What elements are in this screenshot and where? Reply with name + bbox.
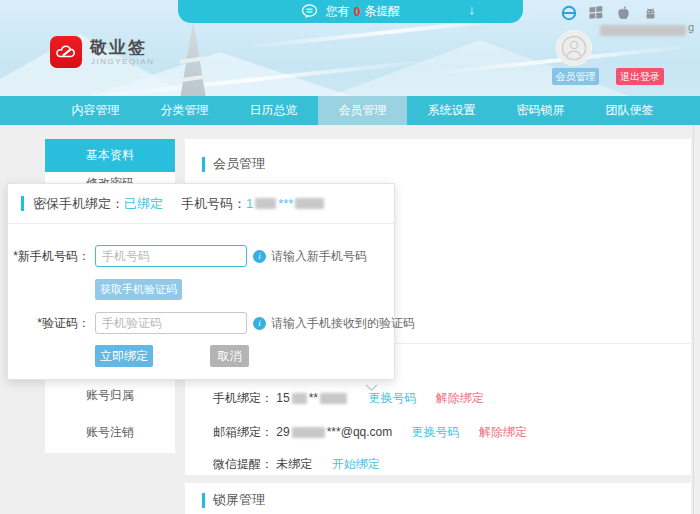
- nav-item-team[interactable]: 团队便签: [585, 96, 674, 125]
- bound-phone-censored: [295, 198, 324, 209]
- code-hint: i 请输入手机接收到的验证码: [253, 315, 415, 332]
- modal-header: 密保手机绑定： 已绑定 手机号码： 1***: [8, 184, 394, 224]
- nav-item-calendar[interactable]: 日历总览: [229, 96, 318, 125]
- wechat-binding-row: 微信提醒： 未绑定 开始绑定: [213, 456, 380, 472]
- sidebar-item-basic-info[interactable]: 基本资料: [45, 139, 175, 172]
- info-icon: i: [253, 317, 266, 330]
- banner-decoration: [182, 74, 210, 82]
- lockscreen-card: 锁屏管理: [185, 483, 691, 514]
- new-phone-label: *新手机号码：: [8, 248, 90, 265]
- phone-number-label: 手机号码：: [181, 195, 246, 213]
- unbind-email-link[interactable]: 解除绑定: [479, 425, 527, 439]
- wechat-binding-label: 微信提醒：: [213, 457, 273, 471]
- phone-censored-block: [292, 393, 307, 404]
- bind-now-button[interactable]: 立即绑定: [95, 345, 153, 367]
- phone-bind-modal: 密保手机绑定： 已绑定 手机号码： 1*** *新手机号码： i 请输入新手机号…: [7, 183, 395, 380]
- change-email-link[interactable]: 更换号码: [412, 425, 460, 439]
- phone-value-prefix: 15: [276, 391, 289, 405]
- email-binding-label: 邮箱绑定：: [213, 425, 273, 439]
- android-icon[interactable]: [642, 5, 658, 21]
- new-phone-hint-text: 请输入新手机号码: [271, 248, 367, 265]
- member-manage-button[interactable]: 会员管理: [552, 68, 599, 85]
- user-avatar[interactable]: [556, 30, 592, 66]
- notice-prefix: 您有: [326, 3, 350, 20]
- banner-tower-decoration: [176, 20, 214, 96]
- cloud-pen-icon: [54, 40, 78, 64]
- info-icon: i: [253, 250, 266, 263]
- lockscreen-section-heading: 锁屏管理: [202, 491, 265, 509]
- code-row: *验证码： i 请输入手机接收到的验证码: [8, 311, 394, 335]
- notice-count: 0: [354, 5, 361, 19]
- cancel-button[interactable]: 取消: [210, 345, 249, 367]
- phone-censored-block: [320, 393, 347, 404]
- app-logo: [50, 36, 82, 68]
- code-label: *验证码：: [8, 315, 90, 332]
- top-banner: 敬业签 JINGYEQIAN 您有 0 条提醒 ↓: [0, 0, 700, 96]
- modal-title: 密保手机绑定：: [33, 195, 124, 213]
- modal-accent-bar: [21, 196, 24, 211]
- banner-decoration: [180, 56, 206, 64]
- wechat-binding-status: 未绑定: [276, 457, 312, 471]
- message-bubble-icon: [301, 4, 318, 19]
- lockscreen-section-title: 锁屏管理: [213, 491, 265, 509]
- nav-item-lockscreen[interactable]: 密码锁屏: [496, 96, 585, 125]
- get-code-button[interactable]: 获取手机验证码: [95, 279, 182, 300]
- bound-phone-censored: [255, 198, 276, 209]
- main-nav: 内容管理 分类管理 日历总览 会员管理 系统设置 密码锁屏 团队便签: [0, 96, 700, 125]
- heading-accent-bar: [202, 493, 205, 508]
- notification-bar[interactable]: 您有 0 条提醒 ↓: [178, 0, 523, 23]
- nav-item-category[interactable]: 分类管理: [140, 96, 229, 125]
- nav-item-settings[interactable]: 系统设置: [407, 96, 496, 125]
- phone-binding-row: 手机绑定： 15** 更换号码 解除绑定: [213, 390, 484, 406]
- logout-button[interactable]: 退出登录: [616, 68, 664, 85]
- collapse-arrow-icon[interactable]: ↓: [469, 2, 476, 17]
- new-phone-input[interactable]: [95, 245, 247, 267]
- scrollbar-track[interactable]: [693, 125, 694, 514]
- email-binding-row: 邮箱绑定： 29***@qq.com 更换号码 解除绑定: [213, 424, 527, 440]
- person-icon: [561, 35, 587, 61]
- username-visible-suffix: g: [688, 21, 694, 33]
- bound-phone-mask: ***: [278, 196, 293, 211]
- member-section-title: 会员管理: [213, 155, 265, 173]
- new-phone-hint: i 请输入新手机号码: [253, 248, 367, 265]
- jingyeqian-app: 敬业签 JINGYEQIAN 您有 0 条提醒 ↓: [0, 0, 700, 514]
- heading-accent-bar: [202, 157, 205, 172]
- brand-subtitle: JINGYEQIAN: [91, 57, 154, 66]
- windows-icon[interactable]: [588, 5, 604, 21]
- email-value-prefix: 29: [276, 425, 289, 439]
- ie-browser-icon[interactable]: [561, 5, 577, 21]
- new-phone-row: *新手机号码： i 请输入新手机号码: [8, 244, 394, 268]
- platform-icons: [561, 5, 658, 21]
- sidebar-item-account-deletion[interactable]: 账号注销: [45, 416, 175, 449]
- bind-status: 已绑定: [124, 195, 163, 213]
- sidebar-item-account-ownership[interactable]: 账号归属: [45, 379, 175, 412]
- bound-phone-prefix: 1: [246, 196, 253, 211]
- nav-item-content[interactable]: 内容管理: [51, 96, 140, 125]
- phone-binding-label: 手机绑定：: [213, 391, 273, 405]
- brand-name: 敬业签: [90, 36, 147, 59]
- member-section-heading: 会员管理: [202, 155, 265, 173]
- notice-suffix: 条提醒: [364, 3, 400, 20]
- email-censored-block: [292, 427, 325, 438]
- phone-value-mask: **: [309, 391, 318, 405]
- unbind-phone-link[interactable]: 解除绑定: [436, 391, 484, 405]
- code-input[interactable]: [95, 312, 247, 334]
- start-bind-wechat-link[interactable]: 开始绑定: [332, 457, 380, 471]
- nav-item-member[interactable]: 会员管理: [318, 96, 407, 125]
- apple-icon[interactable]: [615, 5, 631, 21]
- code-hint-text: 请输入手机接收到的验证码: [271, 315, 415, 332]
- email-value-suffix: ***@qq.com: [327, 425, 393, 439]
- username-censored: [600, 25, 686, 36]
